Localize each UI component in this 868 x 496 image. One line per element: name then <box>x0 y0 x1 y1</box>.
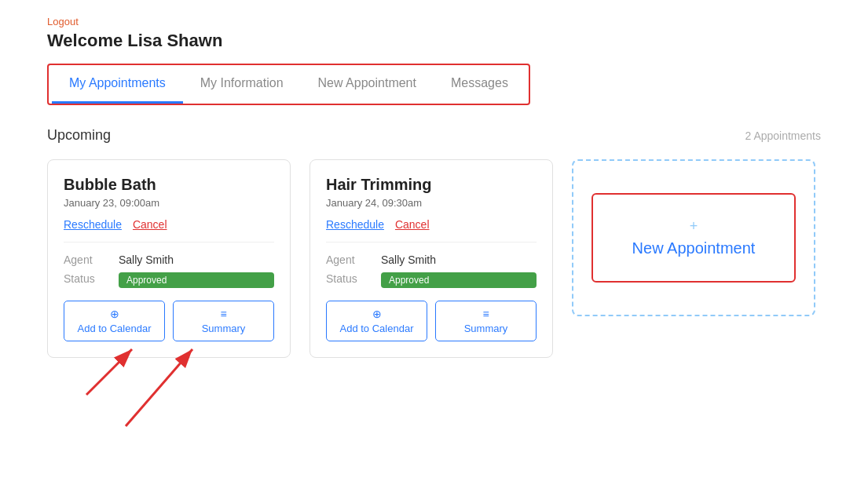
status-badge-2: Approved <box>381 272 537 288</box>
appointment-card-2: Hair Trimming January 24, 09:30am Resche… <box>309 159 553 358</box>
tab-messages[interactable]: Messages <box>434 65 526 104</box>
new-appointment-label: New Appointment <box>632 239 756 257</box>
card-date-1: January 23, 09:00am <box>64 197 274 209</box>
add-to-calendar-label-1: Add to Calendar <box>78 323 152 334</box>
card-date-2: January 24, 09:30am <box>326 197 537 209</box>
tab-new-appointment[interactable]: New Appointment <box>301 65 434 104</box>
summary-icon-2: ≡ <box>482 308 489 320</box>
agent-label-2: Agent <box>326 253 373 266</box>
card-buttons-2: ⊕ Add to Calendar ≡ Summary <box>326 301 537 341</box>
status-badge-1: Approved <box>119 272 274 288</box>
add-to-calendar-btn-1[interactable]: ⊕ Add to Calendar <box>64 301 165 341</box>
agent-value-1: Sally Smith <box>119 253 274 266</box>
tab-my-information[interactable]: My Information <box>183 65 301 104</box>
cards-row: Bubble Bath January 23, 09:00am Reschedu… <box>47 159 821 358</box>
welcome-title: Welcome Lisa Shawn <box>47 31 821 51</box>
new-appointment-plus-icon: + <box>690 218 698 235</box>
appointment-card-1: Bubble Bath January 23, 09:00am Reschedu… <box>47 159 291 358</box>
agent-label-1: Agent <box>64 253 111 266</box>
summary-icon-1: ≡ <box>220 308 226 320</box>
cancel-link-2[interactable]: Cancel <box>395 218 430 231</box>
card-info-1: Agent Sally Smith Status Approved <box>64 253 274 288</box>
tabs-container: My Appointments My Information New Appoi… <box>47 64 530 105</box>
status-label-1: Status <box>64 272 111 288</box>
new-appointment-inner[interactable]: + New Appointment <box>591 193 797 283</box>
logout-link[interactable]: Logout <box>47 16 821 27</box>
section-title: Upcoming <box>47 127 111 144</box>
add-to-calendar-icon-2: ⊕ <box>372 308 382 320</box>
tab-my-appointments[interactable]: My Appointments <box>52 65 183 104</box>
cancel-link-1[interactable]: Cancel <box>133 218 167 231</box>
section-header: Upcoming 2 Appointments <box>47 127 821 144</box>
card-info-2: Agent Sally Smith Status Approved <box>326 253 537 288</box>
summary-label-2: Summary <box>464 323 508 334</box>
card-title-2: Hair Trimming <box>326 176 537 194</box>
new-appointment-card[interactable]: + New Appointment <box>572 159 815 316</box>
reschedule-link-2[interactable]: Reschedule <box>326 218 384 231</box>
card-buttons-1: ⊕ Add to Calendar ≡ Summary <box>64 301 274 341</box>
card-title-1: Bubble Bath <box>64 176 274 194</box>
card-actions-2: Reschedule Cancel <box>326 218 537 243</box>
svg-line-2 <box>126 349 192 426</box>
agent-value-2: Sally Smith <box>381 253 537 266</box>
summary-btn-2[interactable]: ≡ Summary <box>435 301 537 341</box>
card-actions-1: Reschedule Cancel <box>64 218 274 243</box>
summary-label-1: Summary <box>202 323 246 334</box>
status-label-2: Status <box>326 272 373 288</box>
add-to-calendar-label-2: Add to Calendar <box>340 323 414 334</box>
reschedule-link-1[interactable]: Reschedule <box>64 218 122 231</box>
appointments-count: 2 Appointments <box>745 129 821 142</box>
add-to-calendar-icon-1: ⊕ <box>110 308 119 320</box>
add-to-calendar-btn-2[interactable]: ⊕ Add to Calendar <box>326 301 427 341</box>
summary-btn-1[interactable]: ≡ Summary <box>173 301 274 341</box>
